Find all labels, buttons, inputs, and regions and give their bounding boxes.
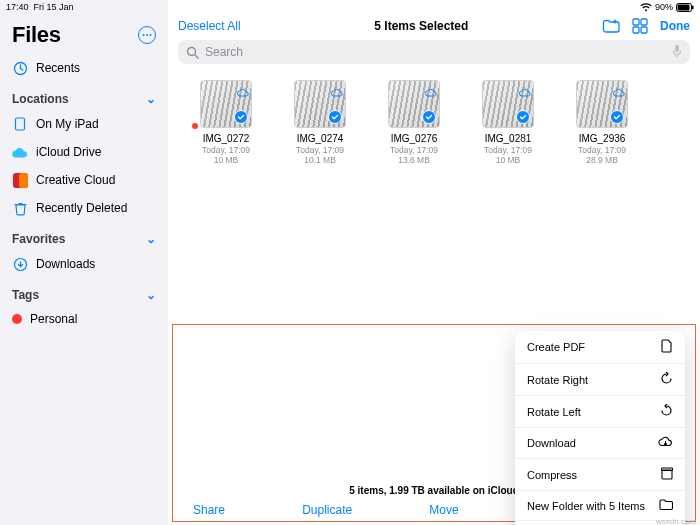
- file-item[interactable]: IMG_2936 Today, 17:09 28.9 MB: [566, 80, 638, 165]
- watermark: wsxdn.com: [656, 517, 696, 525]
- selected-checkmark-icon: [610, 110, 624, 124]
- svg-point-5: [150, 34, 152, 36]
- selected-checkmark-icon: [516, 110, 530, 124]
- file-thumbnail: [388, 80, 440, 128]
- svg-rect-8: [13, 173, 28, 188]
- deselect-all-button[interactable]: Deselect All: [178, 19, 241, 33]
- sidebar-item-tag-personal[interactable]: Personal: [0, 306, 168, 332]
- sidebar-item-recentlydeleted[interactable]: Recently Deleted: [0, 194, 168, 222]
- selected-checkmark-icon: [422, 110, 436, 124]
- chevron-down-icon: ⌄: [146, 288, 156, 302]
- svg-rect-18: [662, 468, 673, 471]
- tag-dot-icon: [12, 314, 22, 324]
- cloud-download-icon: [658, 436, 673, 450]
- view-options-button[interactable]: [632, 18, 648, 34]
- file-item[interactable]: IMG_0272 Today, 17:09 10 MB: [190, 80, 262, 165]
- file-size: 10.1 MB: [304, 155, 336, 165]
- share-button[interactable]: Share: [193, 503, 225, 517]
- file-thumbnail: [294, 80, 346, 128]
- new-folder-button[interactable]: [602, 19, 620, 33]
- sidebar-item-downloads[interactable]: Downloads: [0, 250, 168, 278]
- menu-item-rotate-right[interactable]: Rotate Right: [515, 364, 685, 396]
- file-date: Today, 17:09: [484, 145, 532, 155]
- svg-rect-13: [633, 27, 639, 33]
- cloud-status-icon: [519, 83, 531, 101]
- sidebar-section-favorites[interactable]: Favorites ⌄: [0, 222, 168, 250]
- svg-rect-17: [662, 470, 672, 479]
- ipad-icon: [12, 116, 28, 132]
- svg-rect-14: [641, 27, 647, 33]
- file-name: IMG_0281: [485, 133, 532, 144]
- sidebar-item-icloud[interactable]: iCloud Drive: [0, 138, 168, 166]
- svg-rect-11: [633, 19, 639, 25]
- file-name: IMG_2936: [579, 133, 626, 144]
- sidebar-item-recents[interactable]: Recents: [0, 54, 168, 82]
- cloud-icon: [12, 144, 28, 160]
- svg-rect-7: [16, 118, 25, 130]
- creative-cloud-icon: [12, 172, 28, 188]
- svg-point-6: [14, 62, 26, 74]
- folder-icon: [659, 499, 673, 512]
- selection-actions-panel: 5 items, 1.99 TB available on iCloud Sha…: [172, 324, 696, 522]
- svg-rect-9: [19, 173, 28, 188]
- cloud-status-icon: [613, 83, 625, 101]
- search-placeholder: Search: [205, 45, 243, 59]
- folder-plus-icon: [602, 19, 620, 33]
- sidebar-item-label: Recents: [36, 61, 80, 75]
- svg-point-3: [143, 34, 145, 36]
- menu-item-download[interactable]: Download: [515, 428, 685, 459]
- dictate-button[interactable]: [672, 44, 682, 61]
- sidebar-section-tags[interactable]: Tags ⌄: [0, 278, 168, 306]
- clock-icon: [12, 60, 28, 76]
- cloud-status-icon: [237, 83, 249, 101]
- main-content: Deselect All 5 Items Selected Done Searc…: [168, 0, 700, 525]
- done-button[interactable]: Done: [660, 19, 690, 33]
- search-input[interactable]: Search: [178, 40, 690, 64]
- cloud-status-icon: [331, 83, 343, 101]
- mic-icon: [672, 44, 682, 58]
- file-date: Today, 17:09: [296, 145, 344, 155]
- file-size: 10 MB: [496, 155, 521, 165]
- svg-point-10: [14, 258, 26, 270]
- sidebar-item-creativecloud[interactable]: Creative Cloud: [0, 166, 168, 194]
- file-size: 13.6 MB: [398, 155, 430, 165]
- sidebar-section-locations[interactable]: Locations ⌄: [0, 82, 168, 110]
- file-thumbnail: [482, 80, 534, 128]
- app-title: Files: [12, 22, 61, 48]
- file-thumbnail: [200, 80, 252, 128]
- file-date: Today, 17:09: [390, 145, 438, 155]
- selection-title: 5 Items Selected: [374, 19, 468, 33]
- file-item[interactable]: IMG_0276 Today, 17:09 13.6 MB: [378, 80, 450, 165]
- svg-point-15: [188, 47, 196, 55]
- file-size: 28.9 MB: [586, 155, 618, 165]
- file-thumbnail: [576, 80, 628, 128]
- status-time: 17:40 Fri 15 Jan: [6, 2, 74, 12]
- context-menu: Create PDF Rotate Right Rotate Left Down…: [515, 331, 685, 525]
- file-date: Today, 17:09: [578, 145, 626, 155]
- archive-icon: [661, 467, 673, 482]
- move-button[interactable]: Move: [429, 503, 458, 517]
- search-icon: [186, 46, 199, 59]
- tag-indicator-icon: [192, 123, 198, 129]
- menu-item-compress[interactable]: Compress: [515, 459, 685, 491]
- file-name: IMG_0276: [391, 133, 438, 144]
- svg-point-4: [146, 34, 148, 36]
- duplicate-button[interactable]: Duplicate: [302, 503, 352, 517]
- svg-rect-12: [641, 19, 647, 25]
- menu-item-create-pdf[interactable]: Create PDF: [515, 331, 685, 364]
- ellipsis-icon: [142, 33, 152, 37]
- file-item[interactable]: IMG_0274 Today, 17:09 10.1 MB: [284, 80, 356, 165]
- rotate-left-icon: [660, 404, 673, 419]
- chevron-down-icon: ⌄: [146, 232, 156, 246]
- sidebar-item-onmyipad[interactable]: On My iPad: [0, 110, 168, 138]
- trash-icon: [12, 200, 28, 216]
- sidebar-more-button[interactable]: [138, 26, 156, 44]
- svg-rect-16: [675, 45, 679, 52]
- sidebar: Files Recents Locations ⌄ On My iPad iCl…: [0, 0, 168, 525]
- file-size: 10 MB: [214, 155, 239, 165]
- rotate-right-icon: [660, 372, 673, 387]
- menu-item-rotate-left[interactable]: Rotate Left: [515, 396, 685, 428]
- file-name: IMG_0274: [297, 133, 344, 144]
- chevron-down-icon: ⌄: [146, 92, 156, 106]
- file-item[interactable]: IMG_0281 Today, 17:09 10 MB: [472, 80, 544, 165]
